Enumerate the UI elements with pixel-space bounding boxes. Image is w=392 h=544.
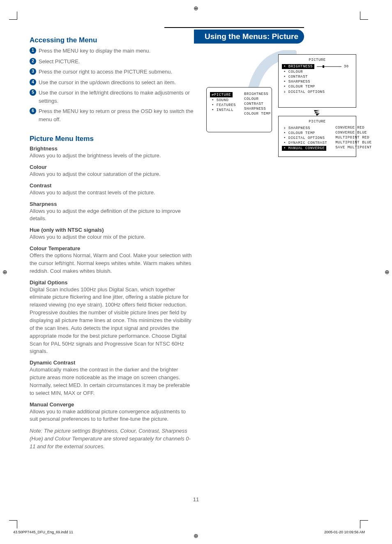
item-body: Allows you to adjust the brightness leve… bbox=[30, 152, 194, 160]
step-item: 5Use the cursor in the left/right direct… bbox=[30, 89, 194, 105]
item-heading: Brightness bbox=[30, 145, 194, 152]
crop-mark-tl bbox=[9, 12, 17, 20]
svg-rect-1 bbox=[323, 65, 324, 68]
step-item: 3Press the cursor right to access the PI… bbox=[30, 68, 194, 76]
menu-item-colour-temp: Colour TemperatureOffers the options Nor… bbox=[30, 245, 194, 275]
crop-mark-br bbox=[360, 520, 368, 528]
step-item: 6Press the MENU key to return or press t… bbox=[30, 107, 194, 123]
imprint-filename: 43.50PP7445_DFU_Eng_69.indd 11 bbox=[13, 530, 73, 534]
step-number-badge: 1 bbox=[30, 47, 36, 54]
osd-row: • COLOUR TEMP bbox=[282, 84, 353, 89]
step-list: 1Press the MENU key to display the main … bbox=[30, 47, 194, 123]
step-number-badge: 5 bbox=[30, 89, 36, 96]
crop-mark-tr bbox=[360, 12, 368, 20]
osd-row: MULTIPOINT BLUE bbox=[334, 140, 374, 145]
registration-mark-icon: ⊕ bbox=[193, 5, 199, 12]
osd-row: • DIGITAL OPTIONS bbox=[282, 136, 329, 141]
osd-selected-row: • BRIGHTNESS bbox=[282, 64, 314, 69]
item-heading: Contrast bbox=[30, 182, 194, 189]
menu-item-sharpness: SharpnessAllows you to adjust the edge d… bbox=[30, 201, 194, 223]
section-heading-accessing: Accessing the Menu bbox=[30, 36, 194, 44]
crop-mark-bl bbox=[9, 520, 17, 528]
osd-title: PICTURE bbox=[282, 120, 353, 124]
osd-row: ⇕ SHARPNESS bbox=[282, 125, 329, 131]
osd-row: CONVERGE RED bbox=[334, 125, 374, 130]
step-text: Press the cursor right to access the PIC… bbox=[39, 68, 194, 76]
osd-selected-row: ⇄PICTURE bbox=[210, 92, 233, 97]
menu-item-contrast: ContrastAllows you to adjust the contras… bbox=[30, 182, 194, 197]
osd-row: COLOUR TEMP bbox=[242, 111, 272, 116]
step-item: 1Press the MENU key to display the main … bbox=[30, 47, 194, 55]
osd-row: MULTIPOINT RED bbox=[334, 135, 374, 140]
osd-value: 30 bbox=[344, 65, 349, 69]
item-heading: Colour bbox=[30, 164, 194, 170]
osd-row: SAVE MULTIPOINT bbox=[334, 145, 374, 150]
step-number-badge: 6 bbox=[30, 108, 36, 114]
imprint-timestamp: 2005-01-20 10:09:56 AM bbox=[324, 530, 365, 534]
step-text: Press the MENU key to return or press th… bbox=[39, 107, 194, 123]
osd-row: • CONTRAST bbox=[282, 74, 353, 79]
menu-item-dynamic-contrast: Dynamic ContrastAutomatically makes the … bbox=[30, 360, 194, 397]
item-body: Allows you to adjust the colour saturati… bbox=[30, 171, 194, 178]
item-body: Allows you to make additional picture co… bbox=[30, 408, 194, 424]
menu-item-brightness: BrightnessAllows you to adjust the brigh… bbox=[30, 145, 194, 160]
osd-row: • FEATURES bbox=[210, 103, 238, 108]
step-item: 2Select PICTURE. bbox=[30, 58, 194, 66]
page-number: 11 bbox=[0, 496, 392, 503]
item-heading: Dynamic Contrast bbox=[30, 360, 194, 366]
osd-row: BRIGHTNESS bbox=[242, 92, 272, 97]
osd-row: COLOUR bbox=[242, 97, 272, 101]
step-text: Use the cursor in the up/down directions… bbox=[39, 78, 194, 87]
osd-picture-menu-2: PICTURE ⇕ SHARPNESS • COLOUR TEMP • DIGI… bbox=[278, 116, 356, 157]
registration-mark-icon: ⊕ bbox=[384, 269, 390, 275]
step-text: Select PICTURE. bbox=[39, 58, 194, 66]
item-body: Allows you to adjust the contrast levels… bbox=[30, 189, 194, 197]
item-body: Offers the options Normal, Warm and Cool… bbox=[30, 252, 194, 275]
item-heading: Sharpness bbox=[30, 201, 194, 207]
page-banner: Using the Menus: Picture bbox=[194, 30, 304, 44]
menu-item-colour: ColourAllows you to adjust the colour sa… bbox=[30, 164, 194, 178]
osd-row: ⇕ DIGITAL OPTIONS bbox=[282, 89, 353, 95]
note-text: Note: The picture settings Brightness, C… bbox=[30, 427, 194, 451]
item-body: Allows you to adjust the edge definition… bbox=[30, 207, 194, 223]
osd-picture-menu-1: PICTURE • BRIGHTNESS 30 • COLOUR • CONTR… bbox=[278, 54, 356, 108]
step-number-badge: 3 bbox=[30, 68, 36, 75]
slider-icon bbox=[317, 65, 341, 68]
osd-main-menu: ⇄PICTURE • SOUND • FEATURES • INSTALL BR… bbox=[206, 87, 272, 132]
item-body: Automatically makes the contrast in the … bbox=[30, 366, 194, 397]
menu-item-manual-converge: Manual ConvergeAllows you to make additi… bbox=[30, 401, 194, 424]
osd-row: • INSTALL bbox=[210, 108, 238, 113]
osd-row: • SOUND bbox=[210, 98, 238, 103]
osd-row: • COLOUR bbox=[282, 69, 353, 74]
osd-row: CONTRAST bbox=[242, 101, 272, 106]
step-item: 4Use the cursor in the up/down direction… bbox=[30, 78, 194, 87]
item-body: Allows you to adjust the colour mix of t… bbox=[30, 233, 194, 241]
osd-row: • DYNAMIC CONTRAST bbox=[282, 141, 329, 145]
step-number-badge: 4 bbox=[30, 79, 36, 85]
step-text: Use the cursor in the left/right directi… bbox=[39, 89, 194, 105]
item-heading: Hue (only with NTSC signals) bbox=[30, 227, 194, 233]
item-heading: Digital Options bbox=[30, 279, 194, 286]
menu-item-hue: Hue (only with NTSC signals)Allows you t… bbox=[30, 227, 194, 241]
item-heading: Colour Temperature bbox=[30, 245, 194, 251]
osd-row: SHARPNESS bbox=[242, 106, 272, 111]
osd-row: • COLOUR TEMP bbox=[282, 131, 329, 136]
step-text: Press the MENU key to display the main m… bbox=[39, 47, 194, 55]
registration-mark-icon: ⊕ bbox=[193, 532, 199, 539]
menu-item-digital-options: Digital OptionsDigital Scan includes 100… bbox=[30, 279, 194, 356]
osd-title: PICTURE bbox=[282, 58, 353, 62]
registration-mark-icon: ⊕ bbox=[2, 269, 8, 275]
section-heading-items: Picture Menu Items bbox=[30, 135, 194, 143]
step-number-badge: 2 bbox=[30, 58, 36, 65]
content-column: Accessing the Menu 1Press the MENU key t… bbox=[30, 30, 194, 456]
osd-selected-row: • MANUAL CONVERGE bbox=[282, 146, 326, 151]
item-heading: Manual Converge bbox=[30, 401, 194, 408]
item-body: Digital Scan includes 100Hz plus Digital… bbox=[30, 286, 194, 356]
osd-row: • SHARPNESS bbox=[282, 79, 353, 84]
osd-row: CONVERGE BLUE bbox=[334, 130, 374, 135]
